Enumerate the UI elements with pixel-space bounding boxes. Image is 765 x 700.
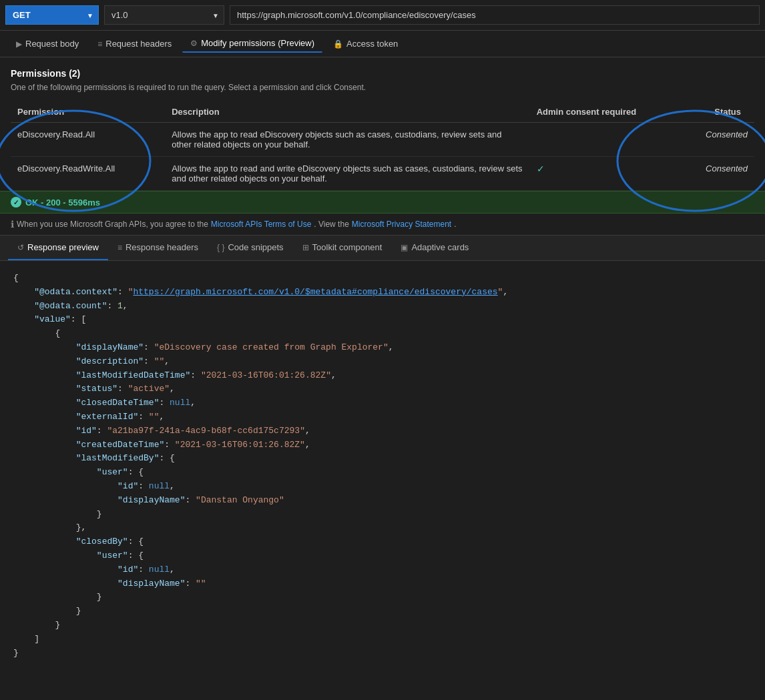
terms-link[interactable]: Microsoft APIs Terms of Use	[211, 220, 312, 229]
access-token-icon: 🔒	[333, 39, 343, 49]
request-headers-icon: ≡	[97, 39, 102, 49]
tab-request-body[interactable]: ▶ Request body	[8, 35, 87, 52]
user-display-name: Danstan Onyango	[201, 495, 279, 505]
perm-status-2: Consented	[670, 157, 754, 191]
privacy-link[interactable]: Microsoft Privacy Statement	[352, 220, 451, 229]
toolkit-icon: ⊞	[302, 243, 309, 252]
admin-checkmark: ✓	[537, 163, 545, 174]
status-bar: OK - 200 - 5596ms	[0, 191, 765, 214]
user-id: null	[149, 481, 170, 491]
perm-admin-2: ✓	[530, 157, 670, 191]
col-status: Status	[670, 101, 754, 123]
tab-request-body-label: Request body	[25, 39, 79, 49]
tab-access-token-label: Access token	[346, 39, 398, 49]
tab-response-headers[interactable]: ≡ Response headers	[108, 236, 208, 260]
status-ok-text: OK - 200 - 5596ms	[11, 197, 100, 208]
method-select[interactable]: GET POST PUT PATCH DELETE	[5, 5, 99, 25]
created-datetime: 2021-03-16T06:01:26.82Z	[180, 440, 300, 450]
permissions-title: Permissions (2)	[11, 68, 754, 79]
perm-desc-2: Allows the app to read and write eDiscov…	[165, 157, 529, 191]
display-name: eDiscovery case created from Graph Explo…	[159, 342, 382, 352]
tab-code-snippets[interactable]: { } Code snippets	[208, 236, 292, 260]
version-wrapper: v1.0 beta	[104, 5, 224, 25]
col-permission: Permission	[11, 101, 165, 123]
perm-name-2: eDiscovery.ReadWrite.All	[11, 157, 165, 191]
info-icon: ℹ	[11, 219, 14, 230]
tab-toolkit-component[interactable]: ⊞ Toolkit component	[293, 236, 392, 260]
odata-count: 1	[117, 301, 123, 311]
version-select[interactable]: v1.0 beta	[104, 5, 224, 25]
tab-adaptive-cards-label: Adaptive cards	[411, 242, 469, 252]
record-id: a21ba97f-241a-4ac9-b68f-cc6d175c7293	[112, 426, 300, 436]
info-prefix: When you use Microsoft Graph APIs, you a…	[17, 220, 208, 229]
tab-modify-permissions-label: Modify permissions (Preview)	[201, 38, 314, 48]
closed-datetime: null	[170, 398, 190, 408]
col-admin-consent: Admin consent required	[530, 101, 670, 123]
permissions-section: Permissions (2) One of the following per…	[0, 57, 765, 191]
closed-user-id: null	[149, 565, 170, 575]
tab-code-snippets-label: Code snippets	[228, 242, 283, 252]
table-row[interactable]: eDiscovery.ReadWrite.All Allows the app …	[11, 157, 754, 191]
table-row[interactable]: eDiscovery.Read.All Allows the app to re…	[11, 123, 754, 157]
tab-toolkit-label: Toolkit component	[312, 242, 382, 252]
last-modified: 2021-03-16T06:01:26.82Z	[206, 370, 326, 380]
response-preview-icon: ↺	[17, 243, 24, 252]
perm-desc-1: Allows the app to read eDiscovery object…	[165, 123, 529, 157]
tab-response-preview-label: Response preview	[27, 242, 99, 252]
response-headers-icon: ≡	[117, 243, 122, 252]
perm-status-1: Consented	[670, 123, 754, 157]
info-suffix: .	[454, 220, 456, 229]
info-bar: ℹ When you use Microsoft Graph APIs, you…	[0, 214, 765, 236]
method-wrapper: GET POST PUT PATCH DELETE	[5, 5, 99, 25]
status-value: active	[133, 384, 164, 394]
permissions-description: One of the following permissions is requ…	[11, 83, 754, 92]
odata-context-link[interactable]: https://graph.microsoft.com/v1.0/$metada…	[133, 287, 497, 297]
response-tab-bar: ↺ Response preview ≡ Response headers { …	[0, 236, 765, 261]
info-middle: . View the	[314, 220, 348, 229]
tab-access-token[interactable]: 🔒 Access token	[325, 35, 406, 52]
request-body-icon: ▶	[16, 39, 22, 49]
adaptive-cards-icon: ▣	[401, 243, 408, 252]
tab-adaptive-cards[interactable]: ▣ Adaptive cards	[391, 236, 478, 260]
modify-permissions-icon: ⚙	[190, 39, 198, 48]
url-input[interactable]	[230, 5, 760, 25]
top-bar: GET POST PUT PATCH DELETE v1.0 beta	[0, 0, 765, 31]
tab-request-headers-label: Request headers	[105, 39, 172, 49]
tab-modify-permissions[interactable]: ⚙ Modify permissions (Preview)	[182, 35, 322, 53]
response-code-area: { "@odata.context": "https://graph.micro…	[0, 261, 765, 671]
code-snippets-icon: { }	[217, 243, 224, 252]
tab-request-headers[interactable]: ≡ Request headers	[89, 35, 180, 52]
tab-bar: ▶ Request body ≡ Request headers ⚙ Modif…	[0, 31, 765, 57]
tab-response-headers-label: Response headers	[125, 242, 198, 252]
col-description: Description	[165, 101, 529, 123]
perm-admin-1	[530, 123, 670, 157]
perm-name-1: eDiscovery.Read.All	[11, 123, 165, 157]
permissions-table: Permission Description Admin consent req…	[11, 101, 754, 191]
tab-response-preview[interactable]: ↺ Response preview	[8, 236, 108, 260]
